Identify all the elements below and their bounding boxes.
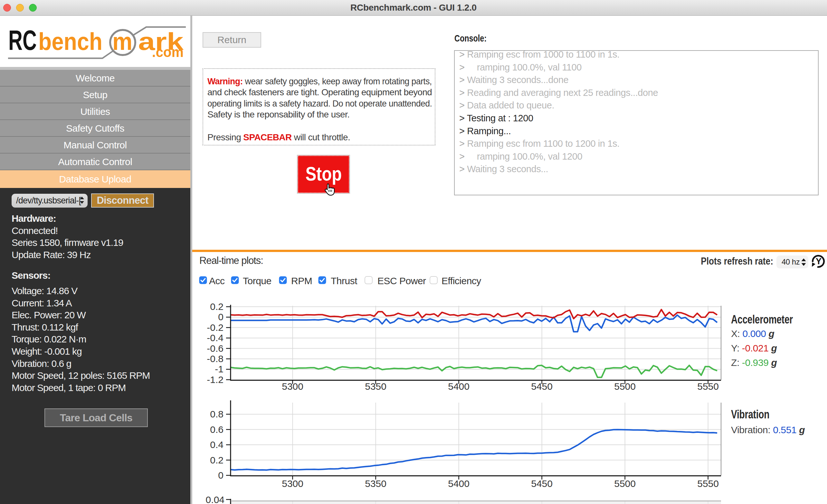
- svg-text:-0.6: -0.6: [207, 343, 224, 354]
- svg-text:5400: 5400: [448, 478, 470, 489]
- svg-text:5300: 5300: [282, 478, 303, 489]
- svg-text:0.4: 0.4: [210, 439, 224, 450]
- svg-text:5350: 5350: [365, 478, 386, 489]
- svg-text:5550: 5550: [697, 478, 719, 489]
- svg-text:5500: 5500: [614, 381, 636, 392]
- svg-text:0: 0: [218, 312, 224, 322]
- svg-text:m: m: [112, 28, 132, 55]
- svg-text:5450: 5450: [531, 381, 553, 392]
- svg-text:0: 0: [218, 470, 224, 481]
- svg-text:bench: bench: [38, 28, 102, 55]
- svg-text:-1: -1: [215, 364, 224, 374]
- svg-text:5350: 5350: [365, 381, 386, 392]
- svg-text:0.8: 0.8: [210, 409, 224, 419]
- svg-text:5550: 5550: [697, 381, 719, 392]
- svg-text:-1.2: -1.2: [207, 374, 224, 385]
- svg-text:5500: 5500: [614, 478, 636, 489]
- svg-text:0.2: 0.2: [210, 455, 224, 465]
- svg-text:0.04: 0.04: [206, 494, 225, 504]
- svg-text:Y: Y: [816, 257, 822, 266]
- svg-text:0.2: 0.2: [210, 301, 224, 312]
- svg-text:0.6: 0.6: [210, 424, 224, 435]
- svg-text:RC: RC: [8, 24, 37, 56]
- svg-text:.com: .com: [152, 44, 184, 60]
- svg-text:-0.2: -0.2: [207, 322, 224, 333]
- svg-text:5400: 5400: [448, 381, 470, 392]
- svg-text:5450: 5450: [531, 478, 553, 489]
- svg-text:-0.8: -0.8: [207, 353, 224, 364]
- svg-text:5300: 5300: [282, 381, 303, 392]
- svg-text:-0.4: -0.4: [207, 332, 224, 343]
